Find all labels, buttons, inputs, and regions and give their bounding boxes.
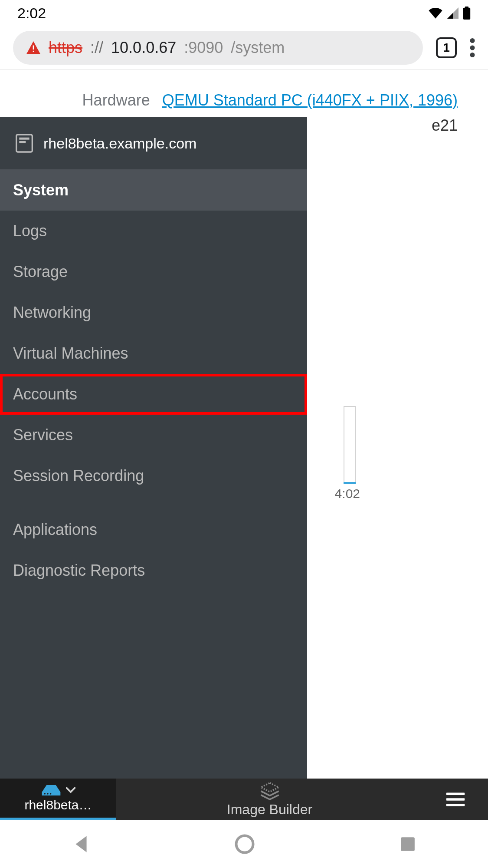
chart-box xyxy=(344,406,356,484)
svg-rect-13 xyxy=(446,792,465,795)
sidebar-item-session-recording[interactable]: Session Recording xyxy=(0,455,307,496)
sidebar-item-networking[interactable]: Networking xyxy=(0,292,307,333)
sidebar-host-label: rhel8beta.example.com xyxy=(43,135,197,152)
browser-bar: https://10.0.0.67:9090/system 1 xyxy=(0,26,488,69)
sidebar-item-diagnostic-reports[interactable]: Diagnostic Reports xyxy=(0,550,307,591)
svg-rect-8 xyxy=(19,138,29,140)
sidebar-item-label: Logs xyxy=(13,222,47,240)
sidebar-item-label: Diagnostic Reports xyxy=(13,561,145,579)
sidebar-list-secondary: ApplicationsDiagnostic Reports xyxy=(0,509,307,591)
cell-signal-icon xyxy=(447,7,459,19)
svg-point-5 xyxy=(470,45,475,50)
svg-point-10 xyxy=(44,793,46,794)
sidebar-item-label: Session Recording xyxy=(13,467,144,485)
svg-rect-9 xyxy=(19,141,26,143)
hamburger-icon xyxy=(446,792,465,807)
sidebar-list-primary: SystemLogsStorageNetworkingVirtual Machi… xyxy=(0,170,307,496)
nav-home-button[interactable] xyxy=(234,834,255,855)
page-content: Hardware QEMU Standard PC (i440FX + PIIX… xyxy=(0,69,488,820)
url-path: /system xyxy=(231,39,285,57)
sidebar-item-label: Networking xyxy=(13,304,91,321)
nav-back-button[interactable] xyxy=(72,835,90,854)
sidebar-item-accounts[interactable]: Accounts xyxy=(0,374,307,415)
svg-rect-2 xyxy=(33,45,34,50)
insecure-warning-icon xyxy=(26,41,41,54)
url-scheme: https xyxy=(49,39,82,57)
status-icons xyxy=(428,7,471,20)
sidebar-item-label: Services xyxy=(13,426,73,444)
host-switcher[interactable]: rhel8beta… xyxy=(0,779,116,820)
partial-text: e21 xyxy=(432,116,458,135)
sidebar-item-label: Virtual Machines xyxy=(13,344,128,362)
svg-rect-17 xyxy=(401,837,415,851)
chart-fragment: 4:02 xyxy=(307,406,356,562)
url-bar[interactable]: https://10.0.0.67:9090/system xyxy=(13,31,423,65)
layers-icon xyxy=(258,782,282,801)
hamburger-menu-button[interactable] xyxy=(423,779,488,820)
image-builder-tab[interactable]: Image Builder xyxy=(116,779,423,820)
sidebar-gap xyxy=(0,496,307,509)
hardware-link[interactable]: QEMU Standard PC (i440FX + PIIX, 1996) xyxy=(162,91,458,109)
sidebar-item-logs[interactable]: Logs xyxy=(0,211,307,251)
image-builder-label: Image Builder xyxy=(227,802,312,818)
chevron-down-icon xyxy=(66,787,75,793)
sidebar: rhel8beta.example.com SystemLogsStorageN… xyxy=(0,117,307,779)
hardware-row: Hardware QEMU Standard PC (i440FX + PIIX… xyxy=(0,91,458,109)
url-sep: :// xyxy=(90,39,103,57)
status-time: 2:02 xyxy=(17,5,46,22)
browser-menu-button[interactable] xyxy=(470,38,475,57)
url-host: 10.0.0.67 xyxy=(111,39,176,57)
sidebar-host-row[interactable]: rhel8beta.example.com xyxy=(0,117,307,170)
svg-rect-14 xyxy=(446,798,465,801)
battery-icon xyxy=(463,7,471,20)
svg-point-6 xyxy=(470,53,475,57)
sidebar-item-label: Applications xyxy=(13,521,97,538)
hardware-label: Hardware xyxy=(82,91,150,109)
sidebar-item-label: Accounts xyxy=(13,385,77,403)
svg-point-4 xyxy=(470,38,475,43)
svg-point-12 xyxy=(50,793,51,794)
sidebar-item-label: System xyxy=(13,181,69,199)
sidebar-item-virtual-machines[interactable]: Virtual Machines xyxy=(0,333,307,374)
tab-count-value: 1 xyxy=(443,41,450,55)
bottom-bar: rhel8beta… Image Builder xyxy=(0,779,488,820)
sidebar-item-system[interactable]: System xyxy=(0,170,307,211)
status-bar: 2:02 xyxy=(0,0,488,26)
svg-rect-0 xyxy=(463,8,470,20)
svg-point-11 xyxy=(47,793,48,794)
tab-switcher-button[interactable]: 1 xyxy=(436,37,457,58)
url-port: :9090 xyxy=(184,39,223,57)
svg-rect-15 xyxy=(446,804,465,806)
sidebar-item-applications[interactable]: Applications xyxy=(0,509,307,550)
svg-point-16 xyxy=(236,836,253,853)
chart-spark-icon xyxy=(344,482,356,484)
svg-rect-1 xyxy=(465,7,468,8)
sidebar-item-label: Storage xyxy=(13,263,68,281)
host-disk-icon xyxy=(41,784,62,797)
svg-rect-3 xyxy=(33,50,34,52)
sidebar-item-storage[interactable]: Storage xyxy=(0,251,307,292)
wifi-icon xyxy=(428,7,443,19)
server-icon xyxy=(16,134,33,153)
host-switcher-label: rhel8beta… xyxy=(24,798,92,812)
chart-time-label: 4:02 xyxy=(335,486,360,501)
android-nav-bar xyxy=(0,820,488,868)
sidebar-item-services[interactable]: Services xyxy=(0,415,307,455)
nav-recents-button[interactable] xyxy=(400,836,416,852)
